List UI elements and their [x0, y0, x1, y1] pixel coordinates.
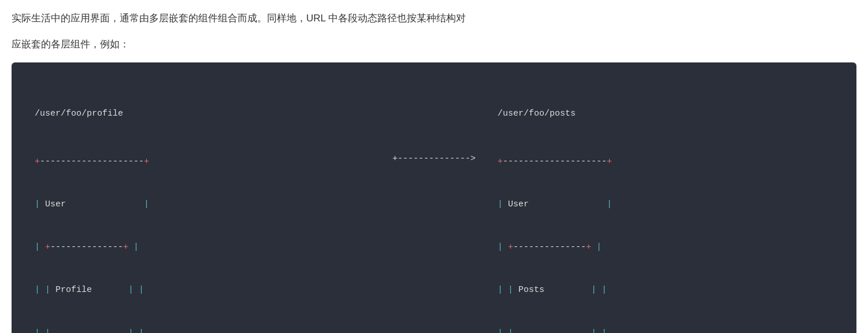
diagram-cols: /user/foo/profile +--------------------+…: [35, 79, 833, 333]
left-line-1: +--------------------+: [35, 155, 370, 169]
left-line-4: | | Profile | |: [35, 283, 370, 298]
right-line-5: | | | |: [498, 327, 833, 333]
arrow-column: +-------------->: [370, 79, 498, 164]
left-url-label: /user/foo/profile: [35, 107, 370, 121]
diagram-container: /user/foo/profile +--------------------+…: [12, 62, 856, 333]
right-line-4: | | Posts | |: [498, 283, 833, 298]
intro-text-line2: 应嵌套的各层组件，例如：: [12, 36, 856, 53]
right-line-2: | User |: [498, 198, 833, 212]
left-line-2: | User |: [35, 198, 370, 212]
left-line-3: | +--------------+ |: [35, 240, 370, 255]
intro-text-line1: 实际生活中的应用界面，通常由多层嵌套的组件组合而成。同样地，URL 中各段动态路…: [12, 10, 856, 27]
left-diagram: /user/foo/profile +--------------------+…: [35, 79, 370, 333]
left-line-5: | | | |: [35, 327, 370, 333]
intro-paragraph: 实际生活中的应用界面，通常由多层嵌套的组件组合而成。同样地，URL 中各段动态路…: [12, 10, 856, 53]
right-line-3: | +--------------+ |: [498, 240, 833, 255]
right-url-label: /user/foo/posts: [498, 107, 833, 121]
arrow-symbol: +-------------->: [392, 154, 476, 164]
right-diagram: /user/foo/posts +--------------------+ |…: [498, 79, 833, 333]
right-line-1: +--------------------+: [498, 155, 833, 169]
